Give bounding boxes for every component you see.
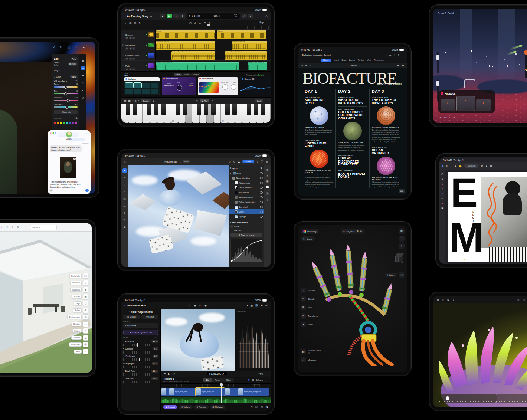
select-tool-icon[interactable]: ▢: [189, 22, 192, 24]
track-lane[interactable]: Keyboard Player - Broken Chords Keyboard…: [156, 50, 271, 60]
crop-icon[interactable]: ▣: [81, 59, 85, 63]
sustain-button[interactable]: Sustain: [141, 99, 151, 102]
document-page[interactable]: BIOFACTURE INNOVATION SUMMIT DAY 1 2PM —…: [298, 68, 407, 196]
timeline-ruler[interactable]: [156, 26, 271, 30]
tab-view[interactable]: View: [367, 59, 371, 61]
model-field[interactable]: ModelModern Tube ⌄: [164, 83, 174, 86]
help-button[interactable]: Help?: [74, 349, 88, 354]
slider-highlights[interactable]: ◍Highlights11.27: [123, 362, 158, 368]
contact-name[interactable]: Joyce ›: [66, 138, 72, 140]
snap-setting[interactable]: Snap1/4 ⋯: [259, 21, 268, 25]
midi-region[interactable]: Bass Player - Add Drum: [156, 41, 215, 50]
model-viewport[interactable]: Entity Infoⓘ Shadows◗ Materials◙ Scenes▦…: [0, 232, 92, 373]
track-header[interactable]: 4 Pads MSR: [121, 61, 156, 71]
piano-black-key[interactable]: [247, 104, 251, 115]
styles-button[interactable]: Styles❖: [73, 308, 88, 313]
zoom-tool-icon[interactable]: ⊕: [194, 22, 196, 24]
playhead-dot[interactable]: [446, 396, 449, 400]
orange-pen-icon[interactable]: ✎: [441, 187, 443, 190]
type-tool-icon[interactable]: T: [122, 211, 127, 215]
flipbook-frame[interactable]: [476, 99, 491, 111]
facetime-icon[interactable]: ▭: [86, 132, 88, 134]
playhead[interactable]: [209, 26, 209, 71]
midi-region[interactable]: Drummer: [217, 30, 266, 39]
more-icon[interactable]: ⋯: [265, 373, 268, 375]
document-title[interactable]: Biofacture Innovation Summit: [302, 54, 331, 56]
piano-black-key[interactable]: [176, 104, 180, 115]
brush-size-slider[interactable]: [437, 52, 439, 73]
share-icon[interactable]: ⇧: [452, 298, 455, 301]
distance-input[interactable]: [30, 225, 57, 230]
delete-icon[interactable]: ⊟: [251, 406, 253, 408]
play-icon[interactable]: ▷: [518, 298, 520, 301]
more-icon[interactable]: ⋯: [265, 22, 268, 24]
midi-region[interactable]: Drummer: [156, 30, 215, 39]
voiceover-icon[interactable]: ◉: [204, 304, 207, 307]
glue-icon[interactable]: ◫: [204, 22, 206, 24]
back-icon[interactable]: ‹: [124, 14, 125, 18]
scale-button[interactable]: Scale: [255, 99, 264, 102]
draft-message-text[interactable]: This might be the one! I made some quick…: [50, 181, 82, 188]
solo-button[interactable]: S: [129, 68, 132, 70]
list-icon[interactable]: ☰: [397, 64, 399, 67]
layer-row[interactable]: Sweat booster: [229, 185, 264, 190]
notifications-icon[interactable]: ◔: [22, 226, 24, 229]
color-mix-dots[interactable]: [54, 122, 78, 124]
chevron-down-icon[interactable]: ⌄: [150, 15, 152, 17]
redo-icon[interactable]: ↻: [60, 46, 62, 49]
photo-attachment[interactable]: ×: [60, 157, 76, 178]
flipbook-frame[interactable]: [441, 99, 455, 111]
collapse-icon[interactable]: ⌄: [157, 337, 158, 339]
model-info-button[interactable]: Model Infoⓘ: [69, 342, 88, 347]
keyboard-select-icon[interactable]: ▦: [124, 99, 127, 102]
animate-button[interactable]: ⊙ Animate: [194, 405, 209, 409]
brush-tool-icon[interactable]: ✎: [122, 190, 127, 194]
info-icon[interactable]: ⓘ: [261, 160, 264, 163]
zoom-level[interactable]: 26%: [183, 160, 190, 163]
remove-attachment-icon[interactable]: ×: [73, 158, 76, 160]
style-field[interactable]: StyleClean ⌄: [189, 83, 194, 86]
layer-row[interactable]: Yellow desaturation: [229, 200, 264, 204]
pencil-tool-icon[interactable]: ✏: [441, 197, 443, 200]
back-chevron-icon[interactable]: ‹: [55, 132, 56, 134]
red-tool-icon[interactable]: ▲: [441, 202, 444, 204]
timeline-ruler[interactable]: 00:00:15 00:00:30: [161, 383, 271, 387]
transform-tool-icon[interactable]: ▱: [122, 175, 127, 180]
settings-icon[interactable]: ⊙: [265, 15, 268, 17]
help-icon[interactable]: ◔: [262, 15, 263, 17]
pencil-icon[interactable]: ✎: [138, 22, 141, 24]
move-tool-icon[interactable]: ➤: [122, 168, 127, 173]
collapse-icon[interactable]: ⊖: [360, 230, 362, 233]
more-icon[interactable]: ⋯: [90, 46, 92, 49]
settings-icon[interactable]: ⚙: [17, 226, 19, 229]
close-icon[interactable]: ⊗: [75, 117, 78, 119]
piano-black-key[interactable]: [183, 104, 187, 115]
slider-exposure[interactable]: ◑Exposure45.59: [123, 340, 158, 346]
disable-button[interactable]: ◉ Disable: [123, 315, 140, 319]
timeline-playhead[interactable]: [221, 383, 222, 403]
reset-button[interactable]: ↺ Reset: [141, 315, 158, 319]
drag-on-image-button[interactable]: ✛ Drag on image: [230, 233, 262, 237]
lock-icon[interactable]: ⌀: [153, 99, 154, 102]
layer-row-selected[interactable]: Curve: [229, 209, 264, 214]
tab-review[interactable]: Review: [358, 59, 364, 61]
mode-edge[interactable]: Edge: [223, 378, 234, 382]
piano-black-key[interactable]: [232, 104, 237, 115]
view-mode-tile[interactable]: ◩: [399, 228, 405, 234]
piano-black-key[interactable]: [154, 104, 159, 115]
tint-slider[interactable]: [54, 93, 78, 94]
arrow-icon[interactable]: ➤: [211, 99, 213, 102]
select-menu[interactable]: Select ⌄: [256, 379, 264, 381]
search-icon[interactable]: ◌: [394, 53, 395, 56]
more-icon[interactable]: ⋯: [266, 73, 268, 76]
play-button[interactable]: ▶: [167, 14, 172, 18]
cursor-icon[interactable]: ➤: [454, 165, 456, 167]
chevron-down-icon[interactable]: ⌄: [179, 160, 181, 163]
multicam-button[interactable]: ▦ Multicam: [210, 405, 225, 409]
midi-region[interactable]: Keyboard Player - Simple PadAm F G Dm F …: [156, 62, 239, 70]
color-section-row[interactable]: ⌄ ColorB&W: [54, 75, 78, 78]
solo-button[interactable]: S: [129, 37, 132, 39]
connect-icon[interactable]: ✣: [248, 379, 250, 381]
hand-icon[interactable]: ✋: [459, 165, 462, 167]
play-icon[interactable]: ▶: [168, 373, 170, 375]
